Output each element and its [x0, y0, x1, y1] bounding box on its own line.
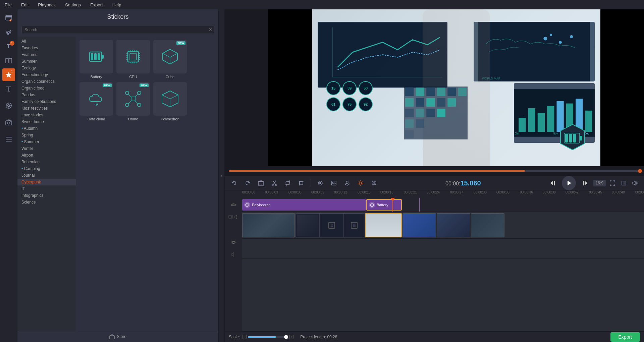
sticker-battery[interactable]: Battery [79, 40, 113, 79]
category-all[interactable]: All [17, 38, 76, 45]
rotate-btn[interactable] [282, 178, 293, 188]
menu-edit[interactable]: Edit [19, 2, 31, 8]
category-ecotechnology[interactable]: Ecotechnology [17, 71, 76, 78]
stickers-search-clear[interactable]: ✕ [209, 27, 212, 32]
menu-file[interactable]: File [3, 2, 14, 8]
scale-track[interactable] [248, 336, 288, 338]
category-summer2[interactable]: Summer [17, 138, 76, 145]
preview-sound-btn[interactable] [631, 178, 640, 188]
panel-collapse-btn[interactable]: ‹ [219, 9, 225, 342]
menu-help[interactable]: Help [110, 2, 123, 8]
export-button[interactable]: Export [610, 332, 640, 342]
category-sweet-home[interactable]: Sweet home [17, 118, 76, 125]
svg-point-8 [10, 31, 11, 32]
tool-effects[interactable] [2, 26, 15, 39]
sticker-cube-thumb[interactable]: NEW [153, 40, 187, 73]
crop-btn[interactable] [296, 178, 307, 188]
stickers-store-btn[interactable]: Store [17, 331, 218, 342]
progress-thumb[interactable] [638, 169, 642, 173]
category-science[interactable]: Science [17, 199, 76, 206]
category-it[interactable]: IT [17, 185, 76, 192]
image-btn[interactable] [328, 178, 339, 188]
sticker-cpu[interactable]: CPU [116, 40, 150, 79]
svg-rect-129 [300, 181, 303, 185]
ruler-mark-15: 00:00:45 [589, 190, 602, 194]
category-organic-food[interactable]: Organic food [17, 85, 76, 92]
category-pandas[interactable]: Pandas [17, 92, 76, 98]
sticker-polyhedron-thumb[interactable] [153, 82, 187, 116]
scale-min-btn[interactable]: - [243, 335, 247, 339]
cut-btn[interactable] [269, 178, 280, 188]
adjust-btn[interactable] [369, 178, 379, 188]
clip-polyhedron[interactable]: Polyhedron [242, 199, 366, 211]
tool-stickers[interactable]: 1 [2, 68, 15, 81]
delete-btn[interactable] [256, 178, 266, 188]
category-organic-cosmetics[interactable]: Organic cosmetics [17, 78, 76, 85]
clip1-thumbs [243, 214, 295, 237]
sticker-cube[interactable]: NEW Cube [153, 40, 187, 79]
play-pause-btn[interactable] [562, 176, 576, 190]
sticker-drone-thumb[interactable]: NEW [116, 82, 150, 116]
category-love[interactable]: Love stories [17, 112, 76, 118]
audio-btn[interactable] [342, 178, 353, 188]
category-winter[interactable]: Winter [17, 145, 76, 152]
svg-point-65 [138, 91, 141, 95]
tool-import[interactable]: + [2, 12, 15, 25]
tool-draw[interactable] [2, 99, 15, 112]
clip-battery[interactable]: Battery [366, 199, 402, 211]
tool-transitions[interactable] [2, 54, 15, 67]
menu-playback[interactable]: Playback [36, 2, 58, 8]
category-camping[interactable]: Camping [17, 165, 76, 172]
skip-back-btn[interactable] [547, 177, 559, 189]
sticker-polyhedron[interactable]: Polyhedron [153, 82, 187, 121]
tool-titles[interactable]: T 1 [2, 40, 15, 53]
stickers-search-input[interactable] [21, 26, 214, 34]
video-clip-2[interactable]: ⊡ ⊡ [295, 213, 365, 237]
sticker-cpu-thumb[interactable] [116, 40, 150, 73]
video-clip-6[interactable] [471, 213, 504, 237]
category-featured[interactable]: Featured [17, 51, 76, 58]
category-cyberpunk[interactable]: Cyberpunk [17, 179, 76, 185]
video-clip-4[interactable] [402, 213, 436, 237]
category-family[interactable]: Family celebrations [17, 98, 76, 105]
category-bohemian[interactable]: Bohemian [17, 159, 76, 165]
category-spring[interactable]: Spring [17, 132, 76, 138]
video-clip-1[interactable] [242, 213, 295, 237]
category-infographics[interactable]: Infographics [17, 192, 76, 199]
redo-btn[interactable] [242, 178, 253, 188]
preview-expand-btn[interactable] [608, 178, 617, 188]
tool-camera[interactable] [2, 116, 15, 129]
preview-fullscreen-btn[interactable] [619, 178, 629, 188]
progress-bar-area[interactable] [225, 166, 644, 176]
category-journal[interactable]: Journal [17, 172, 76, 179]
tl-visibility-btn[interactable] [225, 198, 242, 212]
category-kids[interactable]: Kids' festivities [17, 105, 76, 112]
ruler-mark-6: 00:00:18 [380, 190, 393, 194]
settings-btn[interactable] [355, 178, 366, 188]
category-airport[interactable]: Airport [17, 152, 76, 159]
tool-menu[interactable] [2, 133, 15, 146]
filter-btn[interactable] [315, 178, 326, 188]
menu-export[interactable]: Export [88, 2, 105, 8]
tl-visibility-btn2[interactable] [225, 235, 242, 249]
sticker-battery-thumb[interactable] [79, 40, 113, 73]
category-summer[interactable]: Summer [17, 58, 76, 65]
category-ecology[interactable]: Ecology [17, 65, 76, 71]
skip-fwd-btn[interactable] [579, 177, 591, 189]
scale-thumb-right[interactable] [284, 335, 288, 339]
scale-max-btn[interactable]: + [289, 335, 293, 339]
undo-btn[interactable] [229, 178, 239, 188]
video-clip-5[interactable] [437, 213, 470, 237]
sticker-datacloud[interactable]: NEW Data cloud [79, 82, 113, 121]
sticker-datacloud-thumb[interactable]: NEW [79, 82, 113, 116]
svg-rect-111 [447, 98, 456, 107]
category-autumn[interactable]: Autumn [17, 125, 76, 132]
svg-rect-32 [98, 53, 100, 60]
tool-text[interactable] [2, 82, 15, 95]
sticker-drone[interactable]: NEW [116, 82, 150, 121]
video-clip-3[interactable] [365, 213, 402, 237]
progress-track[interactable] [229, 170, 640, 172]
category-favorites[interactable]: Favorites [17, 45, 76, 51]
menu-settings[interactable]: Settings [63, 2, 83, 8]
ratio-badge[interactable]: 16:9 [593, 180, 606, 186]
